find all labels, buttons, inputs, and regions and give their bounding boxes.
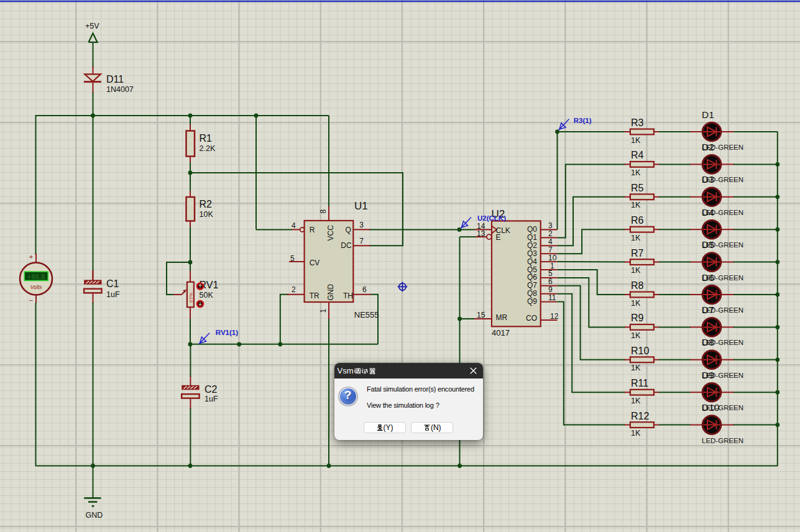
svg-text:VCC: VCC [326,225,335,241]
svg-text:Q1: Q1 [527,233,537,242]
svg-text:R8: R8 [631,280,644,291]
svg-text:6: 6 [548,277,553,286]
svg-text:1N4007: 1N4007 [106,85,134,94]
svg-text:5: 5 [290,254,295,263]
svg-text:1: 1 [550,262,554,270]
svg-text:4017: 4017 [492,328,510,337]
svg-text:D2: D2 [702,142,714,152]
svg-text:Q4: Q4 [527,257,537,266]
svg-text:Q6: Q6 [527,273,537,282]
svg-text:−: − [29,296,33,304]
svg-text:C2: C2 [205,384,218,395]
svg-text:D10: D10 [702,402,720,413]
svg-text:TH: TH [343,291,353,300]
svg-text:+: + [29,253,33,260]
svg-text:R11: R11 [631,378,648,388]
svg-text:C1: C1 [106,278,119,289]
svg-text:Q5: Q5 [527,265,537,274]
svg-text:+5V: +5V [85,22,99,30]
svg-text:Q: Q [345,226,351,234]
svg-text:2: 2 [292,285,296,294]
svg-text:U1: U1 [354,200,368,212]
svg-text:1K: 1K [631,429,641,438]
svg-text:D1: D1 [702,109,714,120]
svg-text:D9: D9 [702,370,714,380]
svg-text:7: 7 [548,245,553,254]
svg-text:TR: TR [310,291,320,300]
svg-text:15: 15 [477,311,485,319]
svg-text:R1: R1 [200,133,213,144]
svg-text:R3: R3 [631,117,644,128]
svg-text:2: 2 [548,229,553,238]
svg-text:8: 8 [319,209,328,214]
svg-text:Q2: Q2 [527,241,537,250]
svg-text:E: E [496,233,501,242]
svg-text:U2(CLK): U2(CLK) [477,214,506,222]
svg-text:1: 1 [319,309,328,313]
svg-text:D7: D7 [702,305,714,315]
svg-text:R: R [310,226,315,234]
svg-text:Volts: Volts [30,284,42,290]
svg-text:RV1(1): RV1(1) [216,329,238,336]
svg-text:DC: DC [341,241,352,250]
svg-text:10K: 10K [200,210,214,219]
svg-text:12: 12 [550,312,559,321]
svg-text:D5: D5 [702,239,714,250]
svg-text:Q8: Q8 [527,289,537,298]
svg-text:1K: 1K [631,266,641,275]
svg-text:Q7: Q7 [527,281,537,290]
svg-text:1K: 1K [631,136,641,145]
svg-text:2.2K: 2.2K [200,144,216,153]
svg-text:11: 11 [548,293,556,302]
svg-text:R7: R7 [631,248,644,259]
svg-text:67%: 67% [188,293,194,303]
svg-text:R4: R4 [631,150,644,160]
svg-text:D6: D6 [702,272,714,283]
svg-text:5: 5 [548,269,553,278]
svg-text:4: 4 [292,221,296,230]
svg-text:Q9: Q9 [527,297,537,306]
svg-text:7: 7 [359,237,364,245]
svg-text:R3(1): R3(1) [574,117,592,124]
svg-text:R6: R6 [631,215,644,226]
svg-text:R10: R10 [631,346,649,356]
svg-text:1K: 1K [631,234,641,242]
svg-text:Q3: Q3 [527,249,537,258]
svg-text:1uF: 1uF [106,290,120,299]
svg-text:1K: 1K [631,364,641,372]
svg-text:13: 13 [477,229,485,238]
svg-text:9: 9 [548,285,553,294]
svg-text:R5: R5 [631,183,644,193]
svg-text:R12: R12 [631,411,649,421]
svg-text:1K: 1K [631,299,641,308]
svg-text:6: 6 [362,285,367,294]
svg-text:1K: 1K [631,201,641,209]
svg-text:D8: D8 [702,337,714,347]
svg-text:3: 3 [359,221,364,229]
svg-text:R2: R2 [200,199,213,209]
svg-text:4: 4 [548,237,553,246]
svg-text:D11: D11 [106,74,124,85]
svg-text:1K: 1K [631,397,641,405]
svg-text:+88.8: +88.8 [27,273,45,280]
svg-text:1K: 1K [631,331,641,340]
svg-text:CO: CO [526,314,537,323]
svg-text:GND: GND [326,284,335,301]
svg-text:50K: 50K [200,291,214,300]
svg-text:10: 10 [548,254,557,262]
svg-text:D4: D4 [702,207,714,218]
svg-text:LED-GREEN: LED-GREEN [702,437,743,444]
svg-text:1uF: 1uF [205,395,218,403]
svg-text:MR: MR [496,313,508,322]
svg-text:3: 3 [548,221,553,230]
svg-text:CV: CV [310,259,320,267]
svg-text:Q0: Q0 [527,225,537,234]
svg-text:GND: GND [86,511,103,520]
svg-text:NE555: NE555 [354,310,379,319]
svg-text:1K: 1K [631,168,641,177]
svg-text:D3: D3 [702,174,714,185]
svg-text:R9: R9 [631,313,644,323]
